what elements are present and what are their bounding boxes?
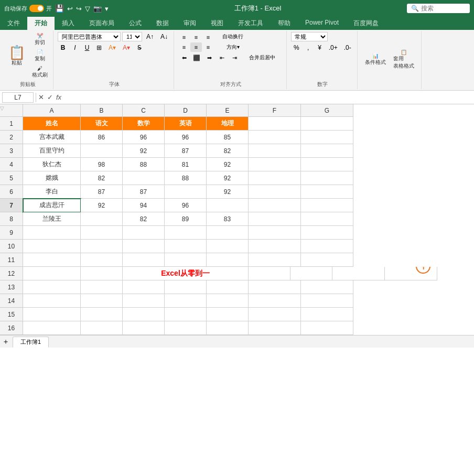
row-header-13[interactable]: 13 — [0, 280, 23, 294]
format-painter-button[interactable]: 🖌 格式刷 — [30, 64, 50, 80]
row-header-10[interactable]: 10 — [0, 240, 23, 253]
row-header-5[interactable]: 5 — [0, 171, 23, 185]
cell-e11[interactable] — [207, 253, 249, 267]
cell-a13[interactable] — [23, 280, 81, 294]
tab-help[interactable]: 帮助 — [271, 17, 298, 30]
cell-d11[interactable] — [165, 253, 207, 267]
cell-g13[interactable] — [301, 280, 353, 294]
align-right-button[interactable]: ➡ — [203, 53, 215, 62]
tab-layout[interactable]: 页面布局 — [82, 17, 122, 30]
row-header-9[interactable]: 9 — [0, 226, 23, 240]
underline-button[interactable]: U — [82, 43, 92, 52]
cell-c4[interactable]: 88 — [123, 158, 165, 171]
strikethrough-button[interactable]: S̶ — [134, 43, 145, 52]
cell-c11[interactable] — [123, 253, 165, 267]
col-header-a[interactable]: A — [23, 104, 81, 117]
cell-e4[interactable]: 92 — [207, 158, 249, 171]
tab-developer[interactable]: 开发工具 — [231, 17, 271, 30]
cell-a12[interactable] — [23, 267, 81, 280]
cell-d12[interactable] — [249, 267, 290, 280]
col-header-g[interactable]: G — [301, 104, 353, 117]
cell-e14[interactable] — [207, 294, 249, 308]
cell-d6[interactable] — [165, 185, 207, 199]
filter-icon[interactable]: ▽ — [85, 5, 90, 13]
cell-d7[interactable]: 96 — [165, 199, 207, 212]
row-header-16[interactable]: 16 — [0, 321, 23, 335]
cell-d8[interactable]: 89 — [165, 212, 207, 226]
row-header-3[interactable]: 3 — [0, 144, 23, 158]
cell-g4[interactable] — [301, 158, 353, 171]
confirm-formula-icon[interactable]: ✓ — [47, 93, 53, 101]
cell-e16[interactable] — [207, 321, 249, 335]
cell-g11[interactable] — [301, 253, 353, 267]
cell-b4[interactable]: 98 — [81, 158, 123, 171]
col-header-b[interactable]: B — [81, 104, 123, 117]
cell-e9[interactable] — [207, 226, 249, 240]
cell-g12[interactable]: ✛ — [385, 267, 437, 280]
cell-e15[interactable] — [207, 308, 249, 321]
cell-c3[interactable]: 92 — [123, 144, 165, 158]
sheet-tab-1[interactable]: 工作簿1 — [13, 337, 49, 348]
increase-decimal-button[interactable]: .0+ — [326, 43, 340, 52]
cell-d16[interactable] — [165, 321, 207, 335]
align-center-button[interactable]: ⬛ — [191, 53, 202, 62]
search-bar[interactable]: 🔍 — [407, 4, 470, 13]
cell-a4[interactable]: 狄仁杰 — [23, 158, 81, 171]
percent-button[interactable]: % — [291, 43, 302, 52]
cell-a14[interactable] — [23, 294, 81, 308]
cell-b1[interactable]: 语文 — [81, 117, 123, 131]
cell-f7[interactable] — [249, 199, 301, 212]
cell-a5[interactable]: 嫦娥 — [23, 171, 81, 185]
cell-c16[interactable] — [123, 321, 165, 335]
cell-e7[interactable] — [207, 199, 249, 212]
tab-review[interactable]: 审阅 — [176, 17, 203, 30]
cell-f6[interactable] — [249, 185, 301, 199]
cell-d2[interactable]: 96 — [165, 131, 207, 144]
tab-view[interactable]: 视图 — [203, 17, 231, 30]
font-name-select[interactable]: 阿里巴巴普惠体 — [58, 32, 121, 41]
cell-f8[interactable] — [249, 212, 301, 226]
cell-a15[interactable] — [23, 308, 81, 321]
cancel-formula-icon[interactable]: ✕ — [38, 93, 44, 101]
tab-powerpivot[interactable]: Power Pivot — [298, 17, 346, 30]
cell-c9[interactable] — [123, 226, 165, 240]
paste-button[interactable]: 📋 粘贴 — [5, 45, 28, 68]
cell-e6[interactable]: 92 — [207, 185, 249, 199]
fill-color-button[interactable]: A▾ — [106, 43, 118, 52]
row-header-11[interactable]: 11 — [0, 253, 23, 267]
cell-c5[interactable] — [123, 171, 165, 185]
cell-b16[interactable] — [81, 321, 123, 335]
cell-g3[interactable] — [301, 144, 353, 158]
cell-g15[interactable] — [301, 308, 353, 321]
tab-insert[interactable]: 插入 — [55, 17, 82, 30]
cell-c6[interactable]: 87 — [123, 185, 165, 199]
cell-c8[interactable]: 82 — [123, 212, 165, 226]
cell-b8[interactable] — [81, 212, 123, 226]
currency-button[interactable]: ¥ — [315, 43, 325, 52]
border-button[interactable]: ⊞ — [94, 43, 104, 52]
orientation-button[interactable]: 方向▾ — [217, 42, 249, 52]
cell-a6[interactable]: 李白 — [23, 185, 81, 199]
undo-icon[interactable]: ↩ — [67, 5, 73, 13]
cell-b2[interactable]: 86 — [81, 131, 123, 144]
cell-a10[interactable] — [23, 240, 81, 253]
cell-f3[interactable] — [249, 144, 301, 158]
autosave-area[interactable]: 自动保存 开 — [4, 5, 52, 13]
col-header-d[interactable]: D — [165, 104, 207, 117]
formula-input[interactable] — [63, 94, 472, 101]
autosave-toggle[interactable] — [29, 5, 44, 12]
cell-e8[interactable]: 83 — [207, 212, 249, 226]
cell-b5[interactable]: 82 — [81, 171, 123, 185]
decrease-decimal-button[interactable]: .0- — [341, 43, 354, 52]
cell-f15[interactable] — [249, 308, 301, 321]
save-icon[interactable]: 💾 — [55, 4, 64, 13]
font-size-select[interactable]: 11 — [122, 32, 142, 41]
cell-g7[interactable] — [301, 199, 353, 212]
row-header-15[interactable]: 15 — [0, 308, 23, 321]
cell-b15[interactable] — [81, 308, 123, 321]
cell-b6[interactable]: 87 — [81, 185, 123, 199]
cell-b3[interactable] — [81, 144, 123, 158]
cell-e13[interactable] — [207, 280, 249, 294]
cell-styles-button[interactable]: 📋 套用表格格式 — [391, 48, 417, 71]
cell-ref-box[interactable]: L7 — [2, 92, 34, 103]
